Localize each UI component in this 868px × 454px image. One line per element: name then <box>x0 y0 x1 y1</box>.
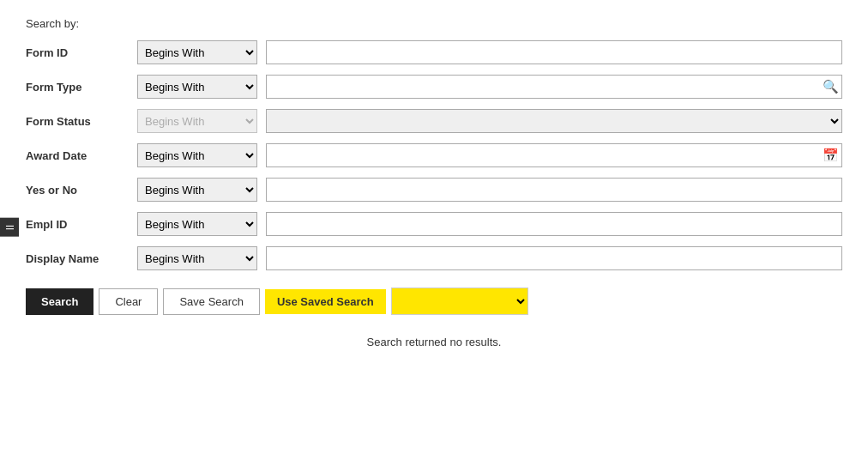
value-select-form-status[interactable] <box>266 109 842 133</box>
value-input-empl-id[interactable] <box>266 212 842 236</box>
label-award-date: Award Date <box>26 149 137 162</box>
operator-select-form-status[interactable]: Begins WithContainsEqualsNot Equal ToEnd… <box>137 109 257 133</box>
label-empl-id: Empl ID <box>26 218 137 231</box>
clear-button[interactable]: Clear <box>99 288 158 315</box>
value-container-award-date: 📅 <box>266 143 842 167</box>
label-form-id: Form ID <box>26 46 137 59</box>
value-container-form-id <box>266 40 842 64</box>
value-input-form-type[interactable] <box>266 75 842 99</box>
search-row-yes-or-no: Yes or NoBegins WithContainsEqualsNot Eq… <box>26 178 842 202</box>
search-row-award-date: Award DateBegins WithContainsEqualsNot E… <box>26 143 842 167</box>
side-tab[interactable]: II <box>0 217 19 237</box>
search-row-form-status: Form StatusBegins WithContainsEqualsNot … <box>26 109 842 133</box>
use-saved-search-label: Use Saved Search <box>265 289 386 314</box>
operator-select-award-date[interactable]: Begins WithContainsEqualsNot Equal ToEnd… <box>137 143 257 167</box>
value-container-form-status <box>266 109 842 133</box>
label-form-status: Form Status <box>26 115 137 128</box>
operator-select-form-type[interactable]: Begins WithContainsEqualsNot Equal ToEnd… <box>137 75 257 99</box>
search-button[interactable]: Search <box>26 288 93 315</box>
operator-select-yes-or-no[interactable]: Begins WithContainsEqualsNot Equal ToEnd… <box>137 178 257 202</box>
value-input-yes-or-no[interactable] <box>266 178 842 202</box>
value-input-award-date[interactable] <box>266 143 842 167</box>
search-row-form-id: Form IDBegins WithContainsEqualsNot Equa… <box>26 40 842 64</box>
value-input-display-name[interactable] <box>266 246 842 270</box>
calendar-icon[interactable]: 📅 <box>823 148 839 163</box>
no-results-message: Search returned no results. <box>26 336 842 348</box>
value-container-form-type: 🔍 <box>266 75 842 99</box>
operator-select-display-name[interactable]: Begins WithContainsEqualsNot Equal ToEnd… <box>137 246 257 270</box>
search-row-display-name: Display NameBegins WithContainsEqualsNot… <box>26 246 842 270</box>
search-row-form-type: Form TypeBegins WithContainsEqualsNot Eq… <box>26 75 842 99</box>
value-container-yes-or-no <box>266 178 842 202</box>
search-icon[interactable]: 🔍 <box>823 79 839 94</box>
label-yes-or-no: Yes or No <box>26 184 137 197</box>
value-input-form-id[interactable] <box>266 40 842 64</box>
value-container-display-name <box>266 246 842 270</box>
use-saved-search-select[interactable] <box>391 288 528 315</box>
search-by-label: Search by: <box>26 17 842 30</box>
search-rows-container: Form IDBegins WithContainsEqualsNot Equa… <box>26 40 842 270</box>
search-row-empl-id: Empl IDBegins WithContainsEqualsNot Equa… <box>26 212 842 236</box>
operator-select-empl-id[interactable]: Begins WithContainsEqualsNot Equal ToEnd… <box>137 212 257 236</box>
save-search-button[interactable]: Save Search <box>163 288 259 315</box>
label-form-type: Form Type <box>26 81 137 94</box>
value-container-empl-id <box>266 212 842 236</box>
label-display-name: Display Name <box>26 252 137 265</box>
actions-row: Search Clear Save Search Use Saved Searc… <box>26 288 842 315</box>
operator-select-form-id[interactable]: Begins WithContainsEqualsNot Equal ToEnd… <box>137 40 257 64</box>
